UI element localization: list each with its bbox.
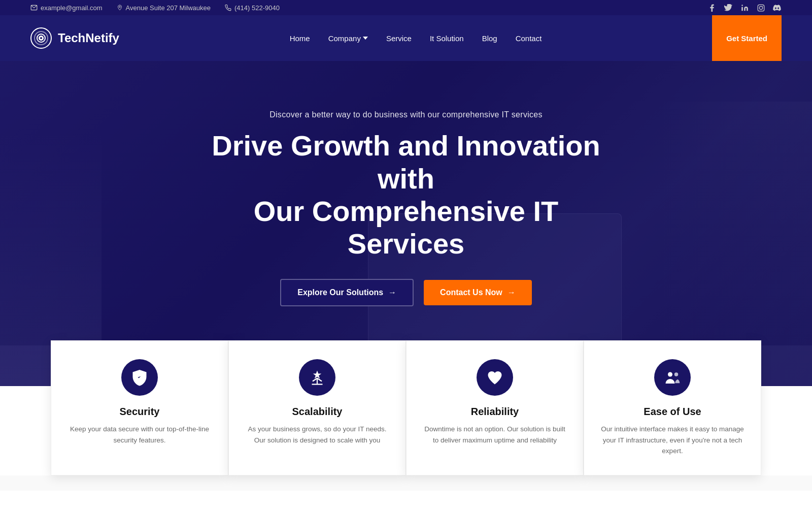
main-nav: Home Company Service It Solution Blog Co…	[290, 34, 542, 43]
contact-button[interactable]: Contact Us Now →	[424, 280, 532, 305]
header: TechNetify Home Company Service It Solut…	[0, 15, 812, 61]
scalability-desc: As your business grows, so do your IT ne…	[244, 424, 390, 446]
logo-icon	[30, 27, 52, 49]
heart-icon	[486, 368, 504, 387]
social-links	[707, 3, 782, 12]
hero-section: Discover a better way to do business wit…	[0, 61, 812, 386]
reliability-title: Reliability	[422, 406, 568, 418]
svg-point-4	[759, 6, 762, 9]
svg-rect-3	[758, 5, 764, 11]
hero-buttons: Explore Our Solutions → Contact Us Now →	[198, 279, 614, 306]
hero-content: Discover a better way to do business wit…	[178, 110, 634, 306]
shield-icon	[130, 368, 149, 387]
hero-title: Drive Growth and Innovation with Our Com…	[198, 130, 614, 261]
logo[interactable]: TechNetify	[30, 27, 119, 49]
reliability-desc: Downtime is not an option. Our solution …	[422, 424, 568, 446]
feature-card-ease: Ease of Use Our intuitive interface make…	[584, 340, 761, 475]
ease-icon-wrap	[654, 359, 691, 396]
svg-point-8	[668, 372, 672, 377]
ease-title: Ease of Use	[599, 406, 746, 418]
scalability-icon-wrap	[299, 359, 335, 396]
nav-home[interactable]: Home	[290, 34, 310, 43]
topbar-email: example@gmail.com	[30, 4, 103, 12]
feature-card-security: Security Keep your data secure with our …	[51, 340, 228, 475]
scalability-title: Scalability	[244, 406, 390, 418]
facebook-icon[interactable]	[707, 3, 717, 12]
users-icon	[663, 368, 682, 387]
svg-point-1	[119, 6, 120, 8]
linkedin-icon[interactable]	[740, 3, 749, 12]
scale-icon	[308, 368, 326, 387]
feature-card-scalability: Scalability As your business grows, so d…	[228, 340, 406, 475]
hero-subtitle: Discover a better way to do business wit…	[198, 110, 614, 119]
nav-contact[interactable]: Contact	[516, 34, 542, 43]
svg-point-2	[741, 5, 743, 6]
features-section: Security Keep your data secure with our …	[0, 340, 812, 475]
nav-blog[interactable]: Blog	[482, 34, 497, 43]
feature-card-reliability: Reliability Downtime is not an option. O…	[406, 340, 584, 475]
explore-button[interactable]: Explore Our Solutions →	[280, 279, 414, 306]
arrow-icon-2: →	[507, 288, 516, 297]
get-started-button[interactable]: Get Started	[712, 15, 782, 61]
bottom-fill	[0, 475, 812, 491]
nav-company[interactable]: Company	[328, 34, 368, 43]
topbar-contact-info: example@gmail.com Avenue Suite 207 Milwa…	[30, 4, 280, 12]
security-icon-wrap	[121, 359, 158, 396]
discord-icon[interactable]	[772, 3, 782, 12]
svg-point-9	[674, 372, 679, 376]
instagram-icon[interactable]	[756, 3, 765, 12]
reliability-icon-wrap	[477, 359, 513, 396]
svg-point-5	[762, 6, 763, 6]
arrow-icon: →	[388, 288, 396, 297]
nav-it-solution[interactable]: It Solution	[430, 34, 464, 43]
ease-desc: Our intuitive interface makes it easy to…	[599, 424, 746, 457]
topbar: example@gmail.com Avenue Suite 207 Milwa…	[0, 0, 812, 15]
twitter-icon[interactable]	[724, 3, 733, 12]
topbar-address: Avenue Suite 207 Milwaukee	[117, 4, 211, 12]
security-desc: Keep your data secure with our top-of-th…	[66, 424, 213, 446]
nav-service[interactable]: Service	[386, 34, 412, 43]
topbar-phone: (414) 522-9040	[225, 4, 280, 12]
security-title: Security	[66, 406, 213, 418]
logo-text: TechNetify	[58, 31, 119, 45]
